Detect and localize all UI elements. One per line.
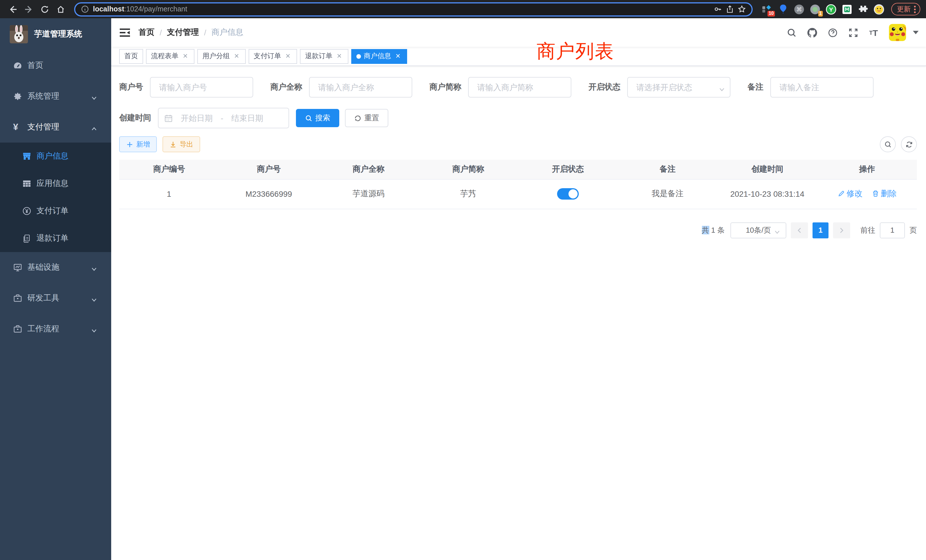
- browser-menu-icon[interactable]: [912, 5, 917, 13]
- sidebar-item-app-info[interactable]: 应用信息: [0, 170, 111, 197]
- status-select[interactable]: [627, 77, 731, 97]
- sidebar-item-merchant-info[interactable]: 商户信息: [0, 142, 111, 170]
- search-button[interactable]: 搜索: [296, 109, 339, 127]
- header-search-button[interactable]: [783, 24, 800, 41]
- remark-input[interactable]: [770, 77, 873, 97]
- browser-home-button[interactable]: [54, 2, 67, 16]
- sidebar-item-home[interactable]: 首页: [0, 50, 111, 81]
- close-icon[interactable]: ✕: [233, 52, 241, 60]
- end-date-input[interactable]: [227, 114, 268, 123]
- github-button[interactable]: [803, 24, 820, 41]
- browser-forward-button[interactable]: [22, 2, 35, 16]
- tag-process-form[interactable]: 流程表单✕: [146, 49, 194, 64]
- browser-reload-button[interactable]: [38, 2, 51, 16]
- password-key-icon[interactable]: [714, 5, 722, 13]
- status-toggle[interactable]: [557, 188, 579, 200]
- browser-toolbar: localhost:1024/pay/merchant 10 ⌘: [0, 0, 926, 18]
- goto-page-input[interactable]: [880, 222, 905, 238]
- help-button[interactable]: [824, 24, 841, 41]
- sidebar-item-pay-order[interactable]: 支付订单: [0, 197, 111, 225]
- goto-suffix: 页: [909, 225, 917, 235]
- fullscreen-button[interactable]: [844, 24, 862, 41]
- page-size-select[interactable]: 10条/页: [731, 222, 786, 238]
- page-number-button[interactable]: 1: [813, 222, 829, 238]
- prev-page-button[interactable]: [791, 222, 808, 238]
- search-icon: [884, 141, 891, 148]
- question-icon: [828, 28, 837, 37]
- sidebar-item-label: 系统管理: [27, 91, 91, 101]
- total-prefix: 共: [702, 226, 709, 234]
- sidebar-item-system[interactable]: 系统管理: [0, 81, 111, 112]
- browser-update-button[interactable]: 更新: [891, 3, 920, 15]
- breadcrumb-home[interactable]: 首页: [139, 27, 154, 38]
- col-full-name: 商户全称: [319, 160, 419, 179]
- status-select-input[interactable]: [627, 77, 731, 97]
- share-icon[interactable]: [726, 5, 734, 13]
- app-title: 芋道管理系统: [34, 29, 82, 39]
- sidebar-item-devtools[interactable]: 研发工具: [0, 283, 111, 314]
- font-size-button[interactable]: TT: [865, 24, 882, 41]
- search-icon: [305, 114, 312, 122]
- user-avatar[interactable]: [889, 24, 906, 41]
- start-date-input[interactable]: [176, 114, 217, 123]
- table-row: 1 M233666999 芋道源码 芋艿 我是备注 2021-10-23 08:…: [119, 179, 917, 209]
- sidebar-item-label: 支付管理: [27, 122, 91, 132]
- downloads-extension-icon[interactable]: 10: [762, 4, 773, 15]
- dashboard-icon: [13, 61, 22, 70]
- merchant-no-input[interactable]: [150, 77, 253, 97]
- refresh-table-button[interactable]: [901, 136, 917, 152]
- tag-pay-order[interactable]: 支付订单✕: [249, 49, 297, 64]
- full-name-input[interactable]: [309, 77, 412, 97]
- tag-label: 流程表单: [151, 51, 179, 61]
- sidebar-item-workflow[interactable]: 工作流程: [0, 314, 111, 344]
- command-extension-icon[interactable]: ⌘: [794, 4, 805, 15]
- browser-back-button[interactable]: [6, 2, 20, 16]
- delete-link[interactable]: 删除: [872, 189, 897, 199]
- sidebar-item-infra[interactable]: 基础设施: [0, 252, 111, 283]
- next-page-button[interactable]: [833, 222, 850, 238]
- tag-label: 退款订单: [305, 51, 333, 61]
- coin-yen-icon: [22, 206, 31, 216]
- col-merchant-no: 商户号: [219, 160, 319, 179]
- cell-create-time: 2021-10-23 08:31:14: [717, 179, 817, 209]
- close-icon[interactable]: ✕: [335, 52, 343, 60]
- tag-merchant-info[interactable]: 商户信息✕: [351, 49, 407, 64]
- address-bar[interactable]: localhost:1024/pay/merchant: [74, 2, 753, 16]
- export-button[interactable]: 导出: [162, 136, 200, 152]
- tag-refund-order[interactable]: 退款订单✕: [300, 49, 348, 64]
- breadcrumb-separator: /: [204, 28, 206, 37]
- short-name-input[interactable]: [468, 77, 571, 97]
- breadcrumb-pay[interactable]: 支付管理: [167, 27, 199, 38]
- balloon-extension-icon[interactable]: [778, 4, 788, 15]
- extensions-puzzle-icon[interactable]: [858, 4, 869, 15]
- close-icon[interactable]: ✕: [394, 52, 402, 60]
- sidebar-logo-row[interactable]: 芋道管理系统: [0, 18, 111, 50]
- edit-link[interactable]: 修改: [837, 189, 862, 199]
- cell-status: [518, 179, 618, 209]
- add-button[interactable]: 新增: [119, 136, 157, 152]
- close-icon[interactable]: ✕: [181, 52, 189, 60]
- chevron-down-icon: [91, 295, 97, 301]
- info-icon[interactable]: [81, 5, 89, 13]
- browser-profile-avatar[interactable]: [873, 4, 884, 15]
- sidebar-toggle-button[interactable]: [111, 18, 139, 47]
- tag-user-group[interactable]: 用户分组✕: [197, 49, 246, 64]
- sidebar-item-pay[interactable]: ¥ 支付管理: [0, 112, 111, 142]
- tag-home[interactable]: 首页: [119, 49, 143, 64]
- y-extension-icon[interactable]: Y: [826, 4, 837, 15]
- sidebar-item-refund-order[interactable]: 退款订单: [0, 225, 111, 252]
- extension-badge: 1: [818, 11, 823, 16]
- cell-actions: 修改 删除: [817, 179, 917, 209]
- gear-icon: [13, 92, 22, 101]
- sidebar-submenu-pay: 商户信息 应用信息 支付订单: [0, 142, 111, 252]
- bookmark-star-icon[interactable]: [738, 5, 746, 13]
- create-time-range-picker[interactable]: -: [158, 108, 289, 128]
- notes-extension-icon[interactable]: [841, 4, 852, 15]
- toggle-search-button[interactable]: [880, 136, 896, 152]
- reset-button[interactable]: 重置: [345, 109, 388, 127]
- close-icon[interactable]: ✕: [284, 52, 292, 60]
- edit-link-label: 修改: [846, 189, 862, 199]
- avatar-dropdown-caret[interactable]: [913, 31, 918, 34]
- page-size-value: 10条/页: [746, 225, 771, 235]
- recorder-extension-icon[interactable]: 1: [809, 4, 820, 15]
